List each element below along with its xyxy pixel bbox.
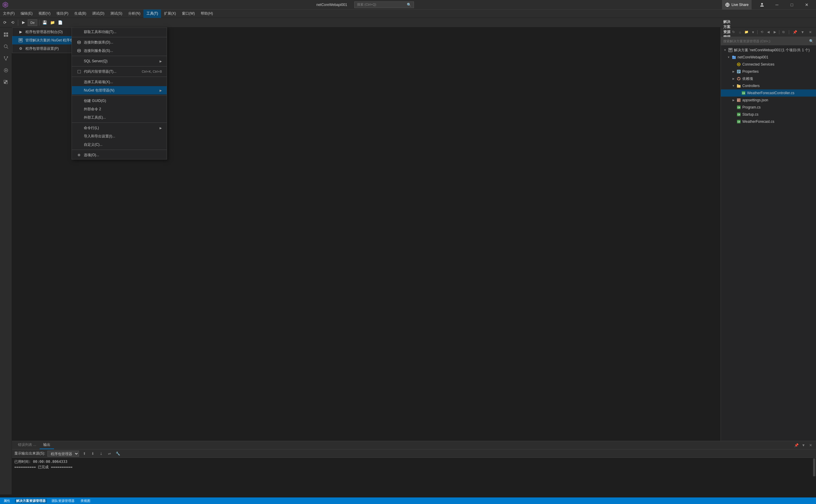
status-class-view[interactable]: 类视图 xyxy=(79,499,92,503)
startup-cs-icon: C# xyxy=(736,112,741,117)
sep1 xyxy=(72,37,167,37)
tree-solution-root[interactable]: ▼ 解决方案 'netCoreWebapi001'(1 个项目/共 1 个) xyxy=(721,46,816,54)
tree-project[interactable]: ▼ netCoreWebapi001 xyxy=(721,54,816,61)
title-bar: netCoreWebapi001 搜索 (Ctrl+Q) 🔍 Live Shar… xyxy=(0,0,816,10)
tree-weather-forecast[interactable]: C# WeatherForecast.cs xyxy=(721,118,816,125)
solution-pin-button[interactable]: 📌 xyxy=(792,29,798,35)
tree-properties[interactable]: ▶ Properties xyxy=(721,68,816,75)
menu-get-tools[interactable]: 获取工具和功能(T)... xyxy=(72,28,167,36)
menu-file[interactable]: 文件(F) xyxy=(0,10,18,18)
svg-text:{}: {} xyxy=(737,100,738,101)
status-solution-explorer[interactable]: 解决方案资源管理器 xyxy=(15,499,47,503)
activity-explorer[interactable] xyxy=(1,30,11,39)
output-wrap-btn[interactable]: ⇌ xyxy=(106,451,112,457)
menu-build[interactable]: 生成(B) xyxy=(71,10,89,18)
toolbar-open[interactable]: 📁 xyxy=(49,19,56,26)
user-icon-button[interactable] xyxy=(755,0,769,10)
menu-nuget[interactable]: NuGet 包管理器(N) ▶ xyxy=(72,86,167,94)
output-source-select[interactable]: 程序包管理器 xyxy=(47,451,79,457)
sol-sync-btn[interactable]: ↻ xyxy=(730,29,736,35)
activity-search[interactable] xyxy=(1,42,11,51)
live-share-button[interactable]: Live Share xyxy=(722,0,752,10)
solution-search-input[interactable] xyxy=(723,39,809,43)
sol-back-btn[interactable]: ◀ xyxy=(765,29,771,35)
output-scroll-up-btn[interactable]: ⬆ xyxy=(81,451,87,457)
menu-import-export[interactable]: 导入和导出设置(I)... xyxy=(72,132,167,140)
menu-view[interactable]: 视图(V) xyxy=(35,10,53,18)
menu-options[interactable]: ⚙ 选项(O)... xyxy=(72,151,167,159)
menu-connect-db[interactable]: 连接到数据库(D)... xyxy=(72,38,167,46)
menu-project[interactable]: 项目(P) xyxy=(53,10,71,18)
tree-program[interactable]: C# Program.cs xyxy=(721,104,816,111)
connect-server-icon xyxy=(77,48,81,53)
activity-debug[interactable] xyxy=(1,66,11,75)
output-scroll-end-btn[interactable]: ⤓ xyxy=(98,451,104,457)
output-scroll-down-btn[interactable]: ⬇ xyxy=(90,451,96,457)
output-panel: 错误列表 ... 输出 📌 ▼ ✕ 显示输出出来源(S): 程序包管理器 ⬆ ⬇… xyxy=(12,441,816,494)
live-share-label: Live Share xyxy=(732,3,749,7)
menu-edit[interactable]: 编辑(E) xyxy=(18,10,35,18)
exttools-icon xyxy=(77,115,81,120)
tools-context-menu: 获取工具和功能(T)... 连接到数据库(D)... 连接到服务器(S)... xyxy=(72,27,167,159)
activity-extensions[interactable] xyxy=(1,77,11,87)
tree-weather-controller[interactable]: C# WeatherForecastController.cs xyxy=(721,89,816,97)
sol-folder-btn[interactable]: 📁 xyxy=(744,29,750,35)
menu-help[interactable]: 帮助(H) xyxy=(198,10,216,18)
menu-choose-toolbox[interactable]: 选择工具箱项(X)... xyxy=(72,78,167,86)
appsettings-label: appsettings.json xyxy=(742,98,768,102)
tree-appsettings[interactable]: ▶ {} appsettings.json xyxy=(721,97,816,104)
sol-filter-btn[interactable]: ▼ xyxy=(750,29,756,35)
toolbar-new[interactable]: 📄 xyxy=(57,19,64,26)
output-filter-btn[interactable]: 🔧 xyxy=(115,451,121,457)
minimize-button[interactable]: ─ xyxy=(770,0,784,10)
menu-external-tools[interactable]: 外部工具(E)... xyxy=(72,113,167,122)
menu-external-cmd[interactable]: 外部命令 2 xyxy=(72,105,167,113)
output-pin-btn[interactable]: 📌 xyxy=(793,442,799,448)
menu-sql-server[interactable]: SQL Server(Q) ▶ xyxy=(72,57,167,65)
tab-output[interactable]: 输出 xyxy=(40,441,54,449)
menu-extensions[interactable]: 扩展(X) xyxy=(161,10,179,18)
output-scrollbar-thumb[interactable] xyxy=(813,458,815,476)
tree-startup[interactable]: C# Startup.cs xyxy=(721,111,816,118)
toolbox-icon xyxy=(77,80,81,84)
close-button[interactable]: ✕ xyxy=(800,0,814,10)
menu-create-guid[interactable]: 创建 GUID(G) xyxy=(72,97,167,105)
tree-connected-services[interactable]: Connected Services xyxy=(721,61,816,68)
menu-cmdline[interactable]: 命令行(L) ▶ xyxy=(72,124,167,132)
maximize-button[interactable]: □ xyxy=(785,0,799,10)
weather-controller-label: WeatherForecastController.cs xyxy=(747,91,795,95)
tab-error-list[interactable]: 错误列表 ... xyxy=(14,441,40,449)
status-properties[interactable]: 属性 xyxy=(2,499,11,503)
toolbar-save[interactable]: 💾 xyxy=(41,19,48,26)
sol-home-btn[interactable]: ⌂ xyxy=(737,29,743,35)
sep5 xyxy=(72,95,167,96)
solution-close-button[interactable]: ✕ xyxy=(807,29,814,35)
status-bar: 属性 解决方案资源管理器 团队资源管理器 类视图 xyxy=(0,497,816,504)
output-dropdown-btn[interactable]: ▼ xyxy=(800,442,806,448)
menu-debug[interactable]: 调试(D) xyxy=(89,10,107,18)
svg-rect-37 xyxy=(729,50,732,50)
solution-tree: ▼ 解决方案 'netCoreWebapi001'(1 个项目/共 1 个) ▼… xyxy=(721,45,816,485)
menu-connect-server[interactable]: 连接到服务器(S)... xyxy=(72,46,167,55)
sol-history-btn[interactable]: ⟲ xyxy=(759,29,765,35)
sol-preview-btn[interactable]: ⧉ xyxy=(781,29,786,35)
toolbar-build[interactable] xyxy=(20,19,27,26)
search-box[interactable]: 搜索 (Ctrl+Q) 🔍 xyxy=(354,1,414,8)
tree-controllers[interactable]: ▼ Controllers xyxy=(721,82,816,89)
menu-test[interactable]: 测试(S) xyxy=(107,10,125,18)
toolbar-undo[interactable]: ⟳ xyxy=(1,19,8,26)
menu-code-snippets[interactable]: 代码片段管理器(T)... Ctrl+K, Ctrl+B xyxy=(72,67,167,76)
tree-dependencies[interactable]: ▶ 依赖项 xyxy=(721,75,816,82)
toolbar-redo[interactable]: ⟲ xyxy=(9,19,16,26)
solution-dropdown-button[interactable]: ▼ xyxy=(799,29,806,35)
output-scrollbar[interactable] xyxy=(812,458,816,494)
title-bar-center: netCoreWebapi001 搜索 (Ctrl+Q) 🔍 xyxy=(316,1,414,8)
status-team-explorer[interactable]: 团队资源管理器 xyxy=(50,499,76,503)
menu-customize[interactable]: 自定义(C)... xyxy=(72,140,167,149)
menu-window[interactable]: 窗口(W) xyxy=(179,10,198,18)
sol-forward-btn[interactable]: ▶ xyxy=(772,29,778,35)
output-close-btn[interactable]: ✕ xyxy=(808,442,814,448)
menu-tools[interactable]: 工具(T) xyxy=(143,10,161,18)
menu-analyze[interactable]: 分析(N) xyxy=(125,10,143,18)
activity-git[interactable] xyxy=(1,54,11,63)
